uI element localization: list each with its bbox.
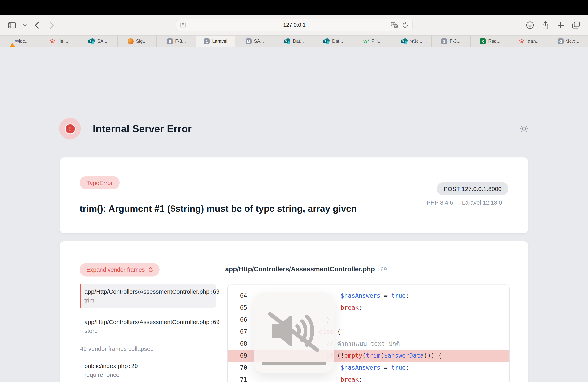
laravel-icon (49, 38, 55, 44)
address-bar[interactable]: 127.0.0.1 A 文 (176, 19, 413, 31)
line-number: 64 (228, 292, 247, 299)
tab-label: บึงเว... (566, 38, 579, 45)
frame-file-path: app/Http/Controllers/AssessmentControlle… (84, 287, 211, 296)
tab-label: Laravel (212, 39, 227, 43)
expand-vendor-frames-label: Expand vendor frames (86, 267, 145, 273)
browser-tab[interactable]: 1Laravel (196, 36, 235, 47)
macos-menubar (0, 0, 588, 15)
browser-tab[interactable]: SF-3... (431, 36, 471, 47)
browser-tab[interactable]: XReq... (471, 36, 510, 47)
downloads-button[interactable] (525, 15, 535, 36)
w3schools-icon: W³ (363, 39, 369, 43)
browser-tab[interactable]: SDat... (314, 36, 353, 47)
phpmyadmin-icon: PMA (10, 38, 17, 44)
share-icon (542, 21, 549, 29)
browser-tab[interactable]: Sหนัง... (392, 36, 431, 47)
error-summary-card: TypeError POST 127.0.0.1:8000 trim(): Ar… (60, 157, 528, 233)
laravel-icon (519, 38, 525, 44)
error-page: ! Internal Server Error TypeError POST 1… (0, 47, 588, 382)
theme-toggle-button[interactable] (519, 124, 529, 134)
exception-message: trim(): Argument #1 ($string) must be of… (80, 203, 357, 214)
browser-tab[interactable]: Gบึงเว... (549, 36, 588, 47)
browser-toolbar: 127.0.0.1 A 文 (0, 15, 588, 36)
tab-label: SA... (254, 39, 264, 43)
url-text: 127.0.0.1 (176, 22, 412, 28)
expand-vendor-frames-button[interactable]: Expand vendor frames (80, 263, 160, 277)
chevron-right-icon (49, 21, 54, 29)
exception-type-badge: TypeError (80, 176, 120, 190)
stack-frame[interactable]: public/index.php:20require_once (80, 358, 216, 382)
translate-icon[interactable]: A 文 (391, 22, 398, 28)
browser-tab[interactable]: Sig... (118, 36, 157, 47)
volume-level-bar (262, 362, 326, 365)
reader-view-icon[interactable] (180, 21, 186, 28)
request-method-badge: POST 127.0.0.1:8000 (437, 182, 508, 195)
code-line-ref: :69 (377, 266, 387, 272)
sharepoint-icon: S (284, 38, 290, 44)
browser-tab[interactable]: SDat... (274, 36, 314, 47)
tab-overview-button[interactable] (570, 15, 582, 36)
frame-file-path: public/index.php:20 (84, 362, 211, 370)
expand-collapse-icon (148, 267, 153, 272)
screen: 127.0.0.1 A 文 (0, 0, 588, 382)
browser-tab[interactable]: W³PH... (353, 36, 392, 47)
tab-label: Req... (488, 39, 500, 43)
stack-frame[interactable]: app/Http/Controllers/AssessmentControlle… (80, 314, 216, 338)
tab-label: ดอก... (527, 38, 540, 45)
sharepoint-icon: S (401, 38, 408, 44)
stack-frames-list: app/Http/Controllers/AssessmentControlle… (80, 284, 216, 382)
tab-label: Hel... (57, 39, 68, 43)
environment-versions: PHP 8.4.6 — Laravel 12.18.0 (427, 199, 502, 206)
page-title: Internal Server Error (93, 123, 192, 134)
sphere-icon (127, 38, 134, 44)
stack-frame[interactable]: app/Http/Controllers/AssessmentControlle… (80, 284, 216, 308)
share-button[interactable] (540, 15, 550, 36)
browser-tab[interactable]: MSA... (235, 36, 274, 47)
line-number: 69 (228, 352, 247, 359)
tab-favicon: S (441, 38, 447, 44)
sharepoint-icon: S (323, 38, 330, 44)
line-number: 70 (228, 364, 247, 371)
browser-tab[interactable]: SF-3... (157, 36, 196, 47)
back-button[interactable] (32, 15, 42, 36)
excel-icon: X (480, 38, 486, 44)
code-file-header: app/Http/Controllers/AssessmentControlle… (225, 265, 387, 273)
browser-tab[interactable]: Hel... (39, 36, 78, 47)
code-file-path: app/Http/Controllers/AssessmentControlle… (225, 265, 375, 272)
tab-label: Sig... (136, 39, 147, 43)
frame-function: require_once (84, 370, 211, 379)
tab-label: Dat... (332, 39, 343, 43)
tab-favicon: M (246, 38, 252, 44)
collapsed-frames-note[interactable]: 49 vendor frames collapsed (80, 345, 216, 353)
frame-file-path: app/Http/Controllers/AssessmentControlle… (84, 318, 211, 326)
browser-tab[interactable]: PMAloc... (0, 36, 39, 47)
sidebar-toggle-button[interactable] (6, 15, 18, 36)
volume-osd-overlay (254, 292, 334, 373)
code-line: break; (268, 376, 362, 382)
sidebar-icon (8, 22, 16, 28)
svg-text:文: 文 (394, 25, 397, 28)
tabs-icon (572, 21, 580, 29)
line-number: 67 (228, 328, 247, 335)
muted-speaker-icon (268, 308, 320, 353)
frame-function: trim (84, 296, 211, 305)
forward-button[interactable] (47, 15, 56, 36)
frame-function: store (84, 326, 211, 335)
line-number: 68 (228, 340, 247, 347)
line-number: 71 (228, 376, 247, 382)
svg-text:A: A (392, 22, 394, 26)
tab-favicon: 1 (204, 38, 210, 44)
tab-favicon: G (558, 38, 564, 44)
line-number: 66 (228, 316, 247, 323)
tab-label: หนัง... (410, 38, 422, 45)
chevron-down-icon (23, 24, 27, 26)
browser-tab[interactable]: ดอก... (510, 36, 549, 47)
reload-icon[interactable] (402, 22, 408, 28)
sidebar-menu-chevron[interactable] (21, 15, 29, 36)
tab-favicon: S (167, 38, 173, 44)
tab-label: F-3... (175, 39, 186, 43)
plus-icon (557, 22, 564, 29)
toolbar-divider (19, 21, 19, 30)
browser-tab[interactable]: SSA... (78, 36, 118, 47)
new-tab-button[interactable] (555, 15, 566, 36)
